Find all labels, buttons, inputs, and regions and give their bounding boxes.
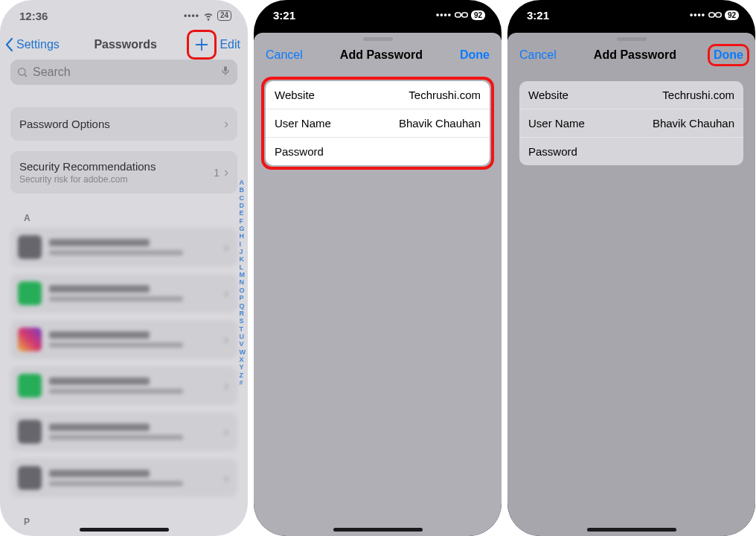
svg-point-2 xyxy=(19,68,25,75)
username-label: User Name xyxy=(528,117,585,130)
sec-rec-title: Security Recommendations xyxy=(19,160,156,173)
add-button[interactable] xyxy=(191,34,212,55)
username-value: Bhavik Chauhan xyxy=(399,117,481,130)
list-item[interactable]: › xyxy=(10,228,237,267)
modal-sheet: Cancel Add Password Done Website Techrus… xyxy=(507,33,755,536)
website-label: Website xyxy=(275,89,315,101)
website-field[interactable]: Website Techrushi.com xyxy=(266,81,490,109)
security-recommendations-row[interactable]: Security Recommendations Security risk f… xyxy=(10,151,237,194)
status-bar: 3:21 •••• 92 xyxy=(507,0,755,30)
wifi-icon xyxy=(202,10,214,22)
username-field[interactable]: User Name Bhavik Chauhan xyxy=(266,109,490,138)
status-bar: 12:36 •••• 24 xyxy=(0,0,248,31)
username-value: Bhavik Chauhan xyxy=(653,117,734,130)
svg-rect-4 xyxy=(455,13,461,17)
done-button[interactable]: Done xyxy=(460,48,490,62)
sheet-grabber[interactable] xyxy=(617,37,647,41)
sec-rec-count: 1 xyxy=(214,167,220,179)
list-item[interactable]: › xyxy=(10,366,237,405)
chevron-right-icon: › xyxy=(224,470,228,486)
password-options-row[interactable]: Password Options › xyxy=(10,107,237,141)
username-field[interactable]: User Name Bhavik Chauhan xyxy=(519,109,743,138)
site-icon xyxy=(18,466,42,490)
svg-rect-5 xyxy=(462,13,468,17)
site-icon xyxy=(18,420,42,444)
sec-rec-subtitle: Security risk for adobe.com xyxy=(19,174,156,185)
section-header-p: P xyxy=(24,517,237,527)
status-time: 12:36 xyxy=(19,10,48,22)
cancel-button[interactable]: Cancel xyxy=(519,48,557,62)
add-password-form: Website Techrushi.com User Name Bhavik C… xyxy=(266,81,490,165)
website-field[interactable]: Website Techrushi.com xyxy=(519,81,743,109)
chevron-right-icon: › xyxy=(224,240,228,255)
personal-hotspot-icon xyxy=(455,10,468,19)
home-indicator[interactable] xyxy=(80,528,169,532)
website-value: Techrushi.com xyxy=(409,89,481,101)
chevron-right-icon: › xyxy=(224,286,228,302)
chevron-right-icon: › xyxy=(224,116,228,132)
status-bar: 3:21 •••• 92 xyxy=(254,0,502,30)
battery-icon: 92 xyxy=(725,10,739,20)
chevron-right-icon: › xyxy=(224,332,228,348)
list-item[interactable]: › xyxy=(10,459,237,497)
site-icon xyxy=(18,328,42,351)
search-icon xyxy=(16,66,28,78)
svg-rect-6 xyxy=(709,13,715,17)
chevron-right-icon: › xyxy=(224,378,228,394)
status-icons: •••• 92 xyxy=(690,10,739,20)
battery-icon: 24 xyxy=(217,10,231,21)
nav-bar: Settings Passwords Edit xyxy=(0,31,248,58)
modal-sheet: Cancel Add Password Done Website Techrus… xyxy=(254,33,502,536)
modal-nav: Cancel Add Password Done xyxy=(254,41,502,71)
chevron-right-icon: › xyxy=(224,165,228,180)
search-input[interactable]: Search xyxy=(10,60,237,85)
cancel-button[interactable]: Cancel xyxy=(266,48,303,62)
svg-rect-7 xyxy=(716,13,722,17)
site-icon xyxy=(18,235,42,259)
password-label: Password xyxy=(528,145,577,158)
website-label: Website xyxy=(528,89,568,101)
done-button[interactable]: Done xyxy=(714,48,743,62)
status-time: 3:21 xyxy=(273,9,295,22)
status-time: 3:21 xyxy=(527,9,549,22)
cellular-icon: •••• xyxy=(436,10,452,20)
cellular-icon: •••• xyxy=(184,10,199,21)
add-password-form: Website Techrushi.com User Name Bhavik C… xyxy=(519,81,743,165)
list-item[interactable]: › xyxy=(10,412,237,451)
password-label: Password xyxy=(275,145,324,158)
site-icon xyxy=(18,374,42,398)
svg-line-3 xyxy=(25,74,27,77)
modal-title: Add Password xyxy=(340,48,423,62)
screen-add-password-done: 3:21 •••• 92 Cancel Add Password Done We… xyxy=(507,0,755,536)
home-indicator[interactable] xyxy=(587,528,676,532)
modal-title: Add Password xyxy=(594,48,676,62)
status-icons: •••• 92 xyxy=(436,10,485,20)
list-item[interactable]: › xyxy=(10,320,237,359)
username-label: User Name xyxy=(275,117,331,130)
nav-right-actions: Edit xyxy=(191,34,240,55)
password-options-label: Password Options xyxy=(19,118,110,130)
screen-add-password-form: 3:21 •••• 92 Cancel Add Password Done We… xyxy=(254,0,502,536)
home-indicator[interactable] xyxy=(333,528,423,532)
section-header-a: A xyxy=(24,213,237,223)
search-placeholder: Search xyxy=(33,66,71,79)
status-icons: •••• 24 xyxy=(184,10,231,22)
back-button[interactable]: Settings xyxy=(4,37,60,52)
edit-button[interactable]: Edit xyxy=(220,38,240,51)
modal-nav: Cancel Add Password Done xyxy=(507,41,755,71)
list-item[interactable]: › xyxy=(10,274,237,313)
battery-icon: 92 xyxy=(471,10,485,20)
index-strip[interactable]: ABCDEFGHIJKLMNOPQRSTUVWXYZ# xyxy=(240,179,246,386)
cellular-icon: •••• xyxy=(690,10,705,20)
page-title: Passwords xyxy=(94,38,156,51)
screen-passwords-list: 12:36 •••• 24 Settings Passwords Edit Se… xyxy=(0,0,248,536)
site-icon xyxy=(18,281,42,305)
sheet-grabber[interactable] xyxy=(363,37,393,41)
mic-icon[interactable] xyxy=(220,65,231,80)
password-field[interactable]: Password xyxy=(266,138,490,165)
password-field[interactable]: Password xyxy=(519,138,743,165)
back-label: Settings xyxy=(16,38,60,51)
chevron-right-icon: › xyxy=(224,424,228,440)
personal-hotspot-icon xyxy=(708,10,722,19)
website-value: Techrushi.com xyxy=(662,89,734,101)
